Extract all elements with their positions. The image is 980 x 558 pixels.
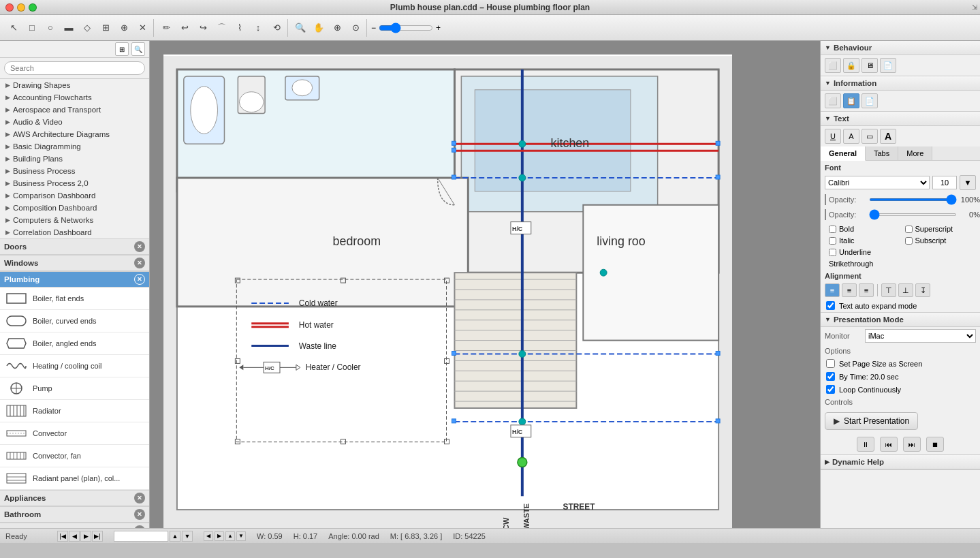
tab-more[interactable]: More	[898, 146, 932, 160]
sidebar-item-basic[interactable]: ▶Basic Diagramming	[0, 140, 149, 153]
color-swatch-white[interactable]	[825, 209, 826, 220]
shape-tool[interactable]: ▬	[60, 19, 78, 37]
shape-group-plumbing[interactable]: Plumbing ✕	[0, 271, 149, 288]
canvas-content[interactable]: CW WASTE STREET	[163, 55, 732, 528]
curve-tool[interactable]: ⌒	[212, 19, 230, 37]
information-header[interactable]: ▼ Information	[821, 76, 980, 91]
undo-tool[interactable]: ↩	[176, 19, 193, 37]
shape-radiator[interactable]: Radiator	[0, 400, 149, 422]
monitor-select[interactable]: iMac External	[865, 329, 976, 343]
shape-group-bathroom[interactable]: Bathroom ✕	[0, 506, 149, 523]
zoom-up[interactable]: ▲	[170, 531, 180, 542]
nav-next[interactable]: ▶	[80, 531, 91, 542]
by-time-checkbox[interactable]	[826, 372, 835, 381]
bold-checkbox[interactable]	[829, 226, 836, 233]
start-presentation-button[interactable]: ▶ Start Presentation	[825, 412, 918, 430]
font-name-select[interactable]: Calibri Arial Times New Roman	[825, 176, 930, 189]
shape-group-appliances[interactable]: Appliances ✕	[0, 490, 149, 506]
shape-boiler-angled[interactable]: Boiler, angled ends	[0, 332, 149, 355]
sidebar-item-comparison[interactable]: ▶Comparison Dashboard	[0, 189, 149, 202]
shape-group-building-core[interactable]: Building core ✕	[0, 523, 149, 528]
text-underline-btn[interactable]: U	[825, 129, 841, 144]
loop-checkbox[interactable]	[826, 385, 835, 394]
scroll-right[interactable]: ▶	[215, 531, 224, 541]
window-controls[interactable]	[5, 3, 37, 12]
close-button[interactable]	[5, 3, 14, 12]
zoom-down[interactable]: ▼	[182, 531, 193, 542]
minimize-button[interactable]	[17, 3, 25, 12]
zoom-slider[interactable]	[379, 22, 433, 33]
pen-tool[interactable]: ✏	[157, 19, 175, 37]
behaviour-header[interactable]: ▼ Behaviour	[821, 41, 980, 55]
sidebar-item-business2[interactable]: ▶Business Process 2,0	[0, 177, 149, 189]
zoom-input[interactable]: Custom 111%	[114, 531, 168, 542]
shape-boiler-flat[interactable]: Boiler, flat ends	[0, 288, 149, 310]
line-tool[interactable]: ⌇	[231, 19, 249, 37]
stop-btn[interactable]: ⏹	[926, 437, 944, 452]
zoom-in-tool[interactable]: ⊕	[328, 19, 346, 37]
shape-radiant-panel[interactable]: Radiant panel (plan), col...	[0, 467, 149, 490]
diamond-tool[interactable]: ◇	[78, 19, 96, 37]
shape-heating-coil[interactable]: Heating / cooling coil	[0, 355, 149, 377]
sidebar-item-accounting[interactable]: ▶Accounting Flowcharts	[0, 91, 149, 104]
ellipse-tool[interactable]: ○	[42, 19, 59, 37]
text-bold-btn[interactable]: A	[843, 129, 859, 144]
maximize-button[interactable]	[29, 3, 37, 12]
nav-prev[interactable]: ◀	[69, 531, 80, 542]
subscript-checkbox[interactable]	[905, 237, 913, 245]
font-size-input[interactable]	[932, 176, 957, 189]
sidebar-search-input[interactable]	[4, 61, 145, 75]
opacity-slider-1[interactable]	[869, 198, 957, 201]
scroll-down[interactable]: ▼	[236, 531, 246, 541]
close-doors-btn[interactable]: ✕	[134, 241, 145, 252]
font-size-down[interactable]: ▼	[960, 175, 976, 190]
rect-tool[interactable]: □	[23, 19, 41, 37]
set-page-size-checkbox[interactable]	[826, 359, 835, 368]
scroll-left[interactable]: ◀	[204, 531, 213, 541]
pause-btn[interactable]: ⏸	[857, 437, 874, 452]
cross-tool[interactable]: ✕	[133, 19, 151, 37]
text-large-btn[interactable]: A	[880, 129, 896, 144]
pan-tool[interactable]: ✋	[310, 19, 328, 37]
superscript-checkbox[interactable]	[905, 226, 913, 233]
behaviour-btn4[interactable]: 📄	[880, 58, 896, 73]
align-right-btn[interactable]: ≡	[859, 283, 874, 297]
prev-btn[interactable]: ⏮	[880, 437, 898, 452]
sidebar-search-btn[interactable]: 🔍	[131, 42, 145, 56]
scroll-up[interactable]: ▲	[225, 531, 235, 541]
text-header[interactable]: ▼ Text	[821, 112, 980, 126]
add-tool[interactable]: ⊕	[115, 19, 133, 37]
sidebar-item-audio[interactable]: ▶Audio & Video	[0, 116, 149, 128]
behaviour-btn1[interactable]: ⬜	[825, 58, 841, 73]
sidebar-item-computers[interactable]: ▶Computers & Networks	[0, 214, 149, 226]
sidebar-item-building[interactable]: ▶Building Plans	[0, 153, 149, 165]
shape-convector[interactable]: Convector	[0, 422, 149, 445]
sidebar-item-correlation[interactable]: ▶Correlation Dashboard	[0, 226, 149, 238]
shape-group-windows[interactable]: Windows ✕	[0, 255, 149, 271]
opacity-slider-2[interactable]	[869, 213, 957, 216]
grid-tool[interactable]: ⊞	[97, 19, 114, 37]
sidebar-item-business[interactable]: ▶Business Process	[0, 165, 149, 177]
zoom-out-tool[interactable]: ⊙	[347, 19, 364, 37]
nav-start[interactable]: |◀	[57, 531, 68, 542]
tab-general[interactable]: General	[821, 146, 866, 161]
shape-boiler-curved[interactable]: Boiler, curved ends	[0, 310, 149, 332]
arrows-tool[interactable]: ↕	[249, 19, 267, 37]
shape-convector-fan[interactable]: Convector, fan	[0, 445, 149, 467]
close-plumbing-btn[interactable]: ✕	[134, 274, 145, 285]
align-bottom-btn[interactable]: ↧	[915, 283, 930, 297]
presentation-header[interactable]: ▼ Presentation Mode	[821, 313, 980, 327]
info-btn3[interactable]: 📄	[862, 93, 878, 108]
italic-checkbox[interactable]	[829, 237, 836, 245]
select-tool[interactable]: ↖	[5, 19, 22, 37]
text-auto-expand-checkbox[interactable]	[826, 301, 835, 310]
sidebar-grid-view[interactable]: ⊞	[115, 42, 129, 56]
resize-icon[interactable]: ⇲	[972, 3, 977, 11]
behaviour-btn3[interactable]: 🖥	[862, 58, 878, 73]
align-center-btn[interactable]: ≡	[842, 283, 857, 297]
close-appliances-btn[interactable]: ✕	[134, 493, 145, 503]
text-bg-btn[interactable]: ▭	[862, 129, 878, 144]
nav-end[interactable]: ▶|	[92, 531, 103, 542]
align-middle-btn[interactable]: ⊥	[898, 283, 913, 297]
align-left-btn[interactable]: ≡	[825, 283, 840, 297]
